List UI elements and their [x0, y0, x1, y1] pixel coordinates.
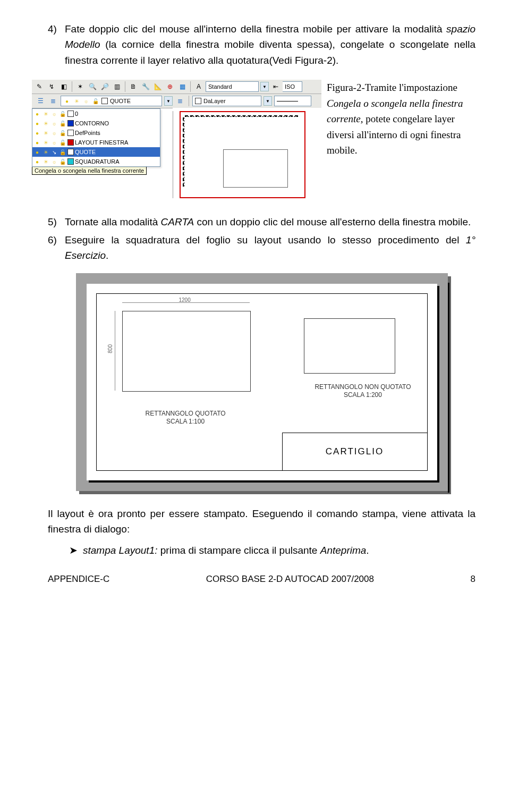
lock-icon[interactable]: 🔓 — [59, 129, 66, 137]
layer-row[interactable]: ●☀☼🔓 CONTORNO — [32, 119, 160, 128]
page: 4) Fate doppio clic del mouse all'intern… — [0, 0, 510, 595]
color-swatch — [67, 158, 74, 165]
label-rect2: RETTANNGOLO NON QUOTATO SCALA 1:200 — [314, 383, 411, 400]
chevron-down-icon[interactable]: ▼ — [164, 96, 173, 106]
sun-icon[interactable]: ☼ — [50, 129, 58, 137]
layers-icon[interactable]: ≣ — [175, 96, 185, 106]
zoom-out-icon[interactable]: 🔎 — [99, 81, 110, 92]
lock-icon[interactable]: 🔓 — [59, 158, 66, 165]
tool-icon[interactable]: 🔧 — [140, 81, 151, 92]
step-6: 6) Eseguire la squadratura del foglio su… — [48, 232, 475, 264]
text: Fate doppio clic del mouse all'interno d… — [65, 23, 446, 35]
text: con un doppio clic del mouse all'esterno… — [194, 216, 471, 227]
bulb-icon[interactable]: ● — [33, 120, 41, 127]
tool-icon[interactable]: ↯ — [46, 81, 57, 92]
text: Tornate alla modalità — [65, 216, 161, 227]
layer-row-selected[interactable]: ●☀↘🔓 QUOTE — [32, 147, 160, 157]
line-sample — [277, 101, 298, 102]
layer-row[interactable]: ●☀☼🔓 SQUADRATURA — [32, 157, 160, 166]
layers-icon[interactable]: ☰ — [35, 96, 46, 106]
layout-sheet: 1200 800 RETTANNGOLO QUOTATO SCALA 1:100… — [87, 284, 437, 480]
layer-dropdown[interactable]: ●☀☼🔓 0 ●☀☼🔓 CONTORNO ●☀☼🔓 DefPoints — [32, 108, 160, 167]
layer-row[interactable]: ●☀☼🔓 DefPoints — [32, 128, 160, 138]
tool-icon[interactable]: ▦ — [177, 81, 188, 92]
color-swatch — [67, 149, 74, 155]
dim-line — [115, 311, 115, 391]
label-line2: SCALA 1:200 — [344, 391, 382, 399]
sun-icon[interactable]: ☼ — [50, 120, 58, 127]
color-linetype-area: ≣ DaLayer ▼ — [173, 94, 321, 108]
bulb-icon[interactable]: ● — [33, 148, 41, 156]
rect-non-quotato — [304, 318, 395, 374]
label-line1: RETTANNGOLO NON QUOTATO — [314, 383, 411, 391]
text: prima di stampare clicca il pulsante — [157, 545, 320, 556]
annotation-icon[interactable]: A — [193, 81, 204, 92]
step-body: Fate doppio clic del mouse all'interno d… — [65, 21, 475, 68]
color-swatch — [67, 139, 74, 146]
tool-icon[interactable]: ⊕ — [165, 81, 175, 92]
bullet-text: stampa Layout1: prima di stampare clicca… — [83, 543, 369, 558]
sun-icon[interactable]: ☀ — [42, 120, 49, 127]
layer-area: ☰ ≣ ● ☀ ☼ 🔓 QUOTE ▼ — [32, 94, 173, 175]
tool-icon[interactable]: ✎ — [34, 81, 45, 92]
lock-icon[interactable]: 🔓 — [59, 148, 66, 156]
dim-value: 800 — [107, 344, 113, 353]
sun-icon[interactable]: ☼ — [50, 139, 58, 146]
layer-row: ☰ ≣ ● ☀ ☼ 🔓 QUOTE ▼ — [32, 94, 321, 198]
divider — [190, 81, 191, 92]
footer-page-number: 8 — [471, 574, 475, 585]
zoom-in-icon[interactable]: 🔍 — [87, 81, 98, 92]
layer-combo-header[interactable]: ● ☀ ☼ 🔓 QUOTE — [61, 96, 162, 106]
tool-icon[interactable]: 🗎 — [128, 81, 139, 92]
step-number: 5) — [48, 214, 65, 230]
sun-icon[interactable]: ☀ — [42, 110, 49, 117]
rect-quotato — [122, 311, 251, 392]
lock-icon[interactable]: 🔓 — [59, 139, 66, 146]
title-block-frame: 1200 800 RETTANNGOLO QUOTATO SCALA 1:100… — [96, 293, 428, 471]
bullet-marker: ➤ — [69, 543, 78, 558]
text-style-combo[interactable]: Standard — [206, 81, 259, 92]
dim-line — [185, 115, 298, 117]
top-toolbar: ✎ ↯ ◧ ✶ 🔍 🔎 ▥ 🗎 🔧 📐 ⊕ ▦ A Standard ▼ — [32, 80, 321, 94]
step-5: 5) Tornate alla modalità CARTA con un do… — [48, 214, 475, 230]
freeze-viewport-icon[interactable]: ↘ — [50, 148, 58, 156]
sun-icon[interactable]: ☼ — [50, 158, 58, 165]
linetype-combo[interactable] — [274, 96, 311, 106]
sun-icon[interactable]: ☀ — [42, 139, 49, 146]
text: . — [106, 250, 108, 261]
drawing-preview — [173, 111, 309, 198]
sun-icon[interactable]: ☀ — [42, 158, 49, 165]
lock-icon[interactable]: 🔓 — [59, 110, 66, 117]
bulb-icon[interactable]: ● — [33, 139, 41, 146]
sun-icon[interactable]: ☀ — [42, 129, 49, 137]
layers-stack-icon[interactable]: ≣ — [48, 96, 58, 106]
closing-paragraph: Il layout è ora pronto per essere stampa… — [48, 506, 475, 537]
layer-row[interactable]: ●☀☼🔓 0 — [32, 109, 160, 119]
bulb-icon[interactable]: ● — [33, 110, 41, 117]
bulb-icon[interactable]: ● — [33, 158, 41, 165]
term-stampa-layout: stampa Layout1: — [83, 545, 157, 556]
inner-rect — [223, 149, 288, 188]
right-of-layers: ≣ DaLayer ▼ — [173, 94, 321, 198]
figure-2: 1200 800 RETTANNGOLO QUOTATO SCALA 1:100… — [76, 273, 448, 491]
tool-icon[interactable]: ✶ — [75, 81, 86, 92]
layer-toolbar: ☰ ≣ ● ☀ ☼ 🔓 QUOTE ▼ — [32, 94, 173, 108]
term-carta: CARTA — [161, 216, 194, 227]
dim-style-combo[interactable]: ISO — [283, 81, 302, 92]
divider — [72, 81, 72, 92]
bulb-icon[interactable]: ● — [33, 129, 41, 137]
layer-name: DefPoints — [75, 130, 100, 136]
tool-icon[interactable]: 📐 — [152, 81, 163, 92]
dimension-icon[interactable]: ⇤ — [270, 81, 281, 92]
lock-icon[interactable]: 🔓 — [59, 120, 66, 127]
sun-icon[interactable]: ☀ — [42, 148, 49, 156]
figure-1-screenshot: ✎ ↯ ◧ ✶ 🔍 🔎 ▥ 🗎 🔧 📐 ⊕ ▦ A Standard ▼ — [32, 80, 321, 198]
tool-icon[interactable]: ▥ — [112, 81, 122, 92]
layer-row[interactable]: ●☀☼🔓 LAYOUT FINESTRA — [32, 138, 160, 147]
tool-icon[interactable]: ◧ — [58, 81, 69, 92]
chevron-down-icon[interactable]: ▼ — [264, 96, 272, 106]
chevron-down-icon[interactable]: ▼ — [260, 82, 269, 91]
sun-icon[interactable]: ☼ — [50, 110, 58, 117]
color-combo[interactable]: DaLayer — [192, 96, 261, 106]
dim-value: 1200 — [179, 297, 191, 303]
